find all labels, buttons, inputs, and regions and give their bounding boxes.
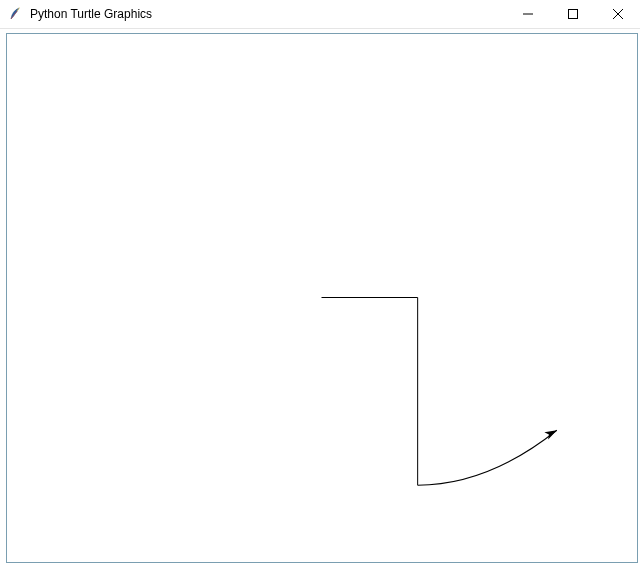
svg-marker-6 [544, 427, 558, 440]
maximize-button[interactable] [550, 0, 595, 29]
canvas-frame [6, 33, 638, 563]
svg-rect-1 [568, 10, 577, 19]
turtle-cursor [544, 427, 558, 440]
turtle-canvas[interactable] [7, 34, 637, 562]
turtle-drawing [321, 298, 556, 486]
window-title: Python Turtle Graphics [30, 0, 505, 29]
minimize-button[interactable] [505, 0, 550, 29]
maximize-icon [568, 9, 578, 19]
close-button[interactable] [595, 0, 640, 29]
minimize-icon [523, 9, 533, 19]
client-area [0, 29, 640, 567]
feather-icon [8, 6, 24, 22]
close-icon [613, 9, 623, 19]
window-titlebar: Python Turtle Graphics [0, 0, 640, 29]
window-controls [505, 0, 640, 29]
